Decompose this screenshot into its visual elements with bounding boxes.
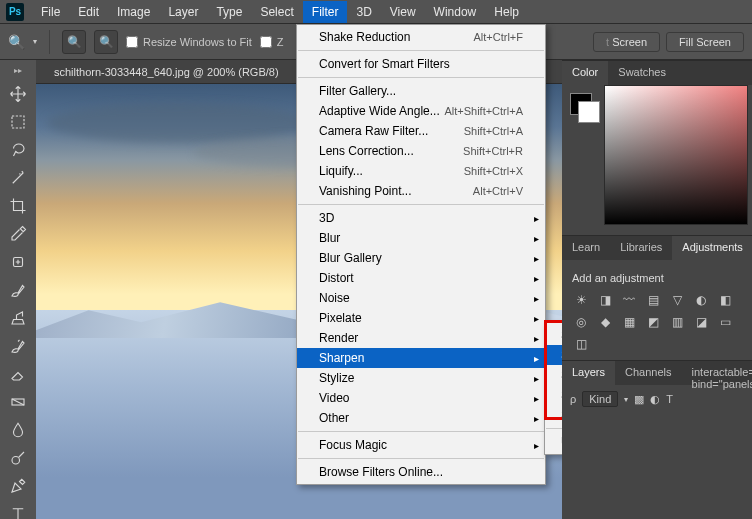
filter-video[interactable]: Video xyxy=(297,388,545,408)
filter-liquify[interactable]: Liquify...Shift+Ctrl+X xyxy=(297,161,545,181)
fit-screen-button[interactable]: t Fit ScreenScreen xyxy=(593,32,660,52)
toolbox: ▸▸ xyxy=(0,60,36,519)
adj-brightness-icon[interactable]: ☀ xyxy=(572,292,590,308)
zoom-in-button[interactable]: 🔍 xyxy=(62,30,86,54)
adjustments-panel: Learn Libraries Adjustments Add an adjus… xyxy=(562,235,752,360)
color-spectrum[interactable] xyxy=(604,85,748,225)
magic-wand-tool[interactable] xyxy=(4,165,32,191)
lasso-tool[interactable] xyxy=(4,137,32,163)
tab-libraries[interactable]: Libraries xyxy=(610,236,672,260)
adj-curves-icon[interactable]: 〰 xyxy=(620,292,638,308)
adj-exposure-icon[interactable]: ▤ xyxy=(644,292,662,308)
adj-levels-icon[interactable]: ◨ xyxy=(596,292,614,308)
adj-posterize-icon[interactable]: ▥ xyxy=(668,314,686,330)
separator xyxy=(49,30,50,54)
menu-layer[interactable]: Layer xyxy=(159,1,207,23)
adj-vibrance-icon[interactable]: ▽ xyxy=(668,292,686,308)
healing-brush-tool[interactable] xyxy=(4,249,32,275)
eyedropper-tool[interactable] xyxy=(4,221,32,247)
filter-pixelate[interactable]: Pixelate xyxy=(297,308,545,328)
adj-selective-color-icon[interactable]: ◫ xyxy=(572,336,590,352)
adj-threshold-icon[interactable]: ◪ xyxy=(692,314,710,330)
resize-windows-checkbox[interactable]: Resize Windows to Fit xyxy=(126,36,252,48)
marquee-tool[interactable] xyxy=(4,109,32,135)
menu-filter[interactable]: Filter xyxy=(303,1,348,23)
tab-color[interactable]: Color xyxy=(562,61,608,85)
app-logo: Ps xyxy=(6,3,24,21)
filter-noise[interactable]: Noise xyxy=(297,288,545,308)
layers-filter-label: ρ xyxy=(570,393,576,405)
adj-channel-mixer-icon[interactable]: ◆ xyxy=(596,314,614,330)
menu-3d[interactable]: 3D xyxy=(347,1,380,23)
menu-image[interactable]: Image xyxy=(108,1,159,23)
layers-filter-pixl-icon[interactable]: ▩ xyxy=(634,393,644,406)
adj-bw-icon[interactable]: ◧ xyxy=(716,292,734,308)
filter-blur[interactable]: Blur xyxy=(297,228,545,248)
fill-screen-button[interactable]: Fill Screen xyxy=(666,32,744,52)
filter-focus-magic[interactable]: Focus Magic xyxy=(297,435,545,455)
gradient-tool[interactable] xyxy=(4,389,32,415)
adj-invert-icon[interactable]: ◩ xyxy=(644,314,662,330)
filter-vanishing-point[interactable]: Vanishing Point...Alt+Ctrl+V xyxy=(297,181,545,201)
filter-blur-gallery[interactable]: Blur Gallery xyxy=(297,248,545,268)
zoom-tool-icon: 🔍 xyxy=(8,34,25,50)
brush-tool[interactable] xyxy=(4,277,32,303)
filter-render[interactable]: Render xyxy=(297,328,545,348)
pen-tool[interactable] xyxy=(4,473,32,499)
blur-tool[interactable] xyxy=(4,417,32,443)
adj-photo-filter-icon[interactable]: ◎ xyxy=(572,314,590,330)
filter-recent[interactable]: Shake Reduction Alt+Ctrl+F xyxy=(297,27,545,47)
filter-adaptive-wide-angle[interactable]: Adaptive Wide Angle...Alt+Shift+Ctrl+A xyxy=(297,101,545,121)
history-brush-tool[interactable] xyxy=(4,333,32,359)
adj-color-lookup-icon[interactable]: ▦ xyxy=(620,314,638,330)
add-adjustment-label: Add an adjustment xyxy=(572,272,744,284)
filter-menu-dropdown: Shake Reduction Alt+Ctrl+F Convert for S… xyxy=(296,24,546,485)
move-tool[interactable] xyxy=(4,81,32,107)
type-tool[interactable] xyxy=(4,501,32,519)
color-panel: Color Swatches xyxy=(562,60,752,235)
document-tab[interactable]: schilthorn-3033448_640.jpg @ 200% (RGB/8… xyxy=(54,66,279,78)
toolbox-expand-icon[interactable]: ▸▸ xyxy=(14,66,22,75)
filter-lens-correction[interactable]: Lens Correction...Shift+Ctrl+R xyxy=(297,141,545,161)
foreground-background-swatch[interactable] xyxy=(570,93,600,123)
menu-window[interactable]: Window xyxy=(425,1,486,23)
svg-rect-0 xyxy=(12,116,24,128)
filter-other[interactable]: Other xyxy=(297,408,545,428)
tab-paths: interactable="true" data-bind="panels.la… xyxy=(682,361,752,385)
tab-channels[interactable]: Channels xyxy=(615,361,681,385)
menu-file[interactable]: File xyxy=(32,1,69,23)
filter-camera-raw[interactable]: Camera Raw Filter...Shift+Ctrl+A xyxy=(297,121,545,141)
tab-adjustments[interactable]: Adjustments xyxy=(672,236,752,260)
layers-filter-adj-icon[interactable]: ◐ xyxy=(650,393,660,406)
menu-select[interactable]: Select xyxy=(251,1,302,23)
filter-browse-online[interactable]: Browse Filters Online... xyxy=(297,462,545,482)
layers-filter-type-icon[interactable]: T xyxy=(666,393,673,405)
tab-layers[interactable]: Layers xyxy=(562,361,615,385)
filter-gallery[interactable]: Filter Gallery... xyxy=(297,81,545,101)
zoom-all-checkbox[interactable]: Z xyxy=(260,36,284,48)
eraser-tool[interactable] xyxy=(4,361,32,387)
menu-edit[interactable]: Edit xyxy=(69,1,108,23)
menu-view[interactable]: View xyxy=(381,1,425,23)
adj-hue-icon[interactable]: ◐ xyxy=(692,292,710,308)
filter-3d[interactable]: 3D xyxy=(297,208,545,228)
menu-type[interactable]: Type xyxy=(207,1,251,23)
clone-stamp-tool[interactable] xyxy=(4,305,32,331)
menu-help[interactable]: Help xyxy=(485,1,528,23)
svg-point-3 xyxy=(12,457,20,465)
right-panels: Color Swatches Learn Libraries Adjustmen… xyxy=(562,60,752,519)
filter-convert-smart[interactable]: Convert for Smart Filters xyxy=(297,54,545,74)
filter-distort[interactable]: Distort xyxy=(297,268,545,288)
color-panel-tabs: Color Swatches xyxy=(562,61,752,85)
layers-kind-filter[interactable]: Kind xyxy=(582,391,618,407)
filter-sharpen[interactable]: Sharpen xyxy=(297,348,545,368)
zoom-out-button[interactable]: 🔍 xyxy=(94,30,118,54)
crop-tool[interactable] xyxy=(4,193,32,219)
adj-gradient-map-icon[interactable]: ▭ xyxy=(716,314,734,330)
adjustment-icons: ☀ ◨ 〰 ▤ ▽ ◐ ◧ ◎ ◆ ▦ ◩ ▥ ◪ ▭ ◫ xyxy=(570,292,744,352)
tab-learn[interactable]: Learn xyxy=(562,236,610,260)
tab-swatches[interactable]: Swatches xyxy=(608,61,676,85)
dodge-tool[interactable] xyxy=(4,445,32,471)
filter-stylize[interactable]: Stylize xyxy=(297,368,545,388)
layers-panel: Layers Channels interactable="true" data… xyxy=(562,360,752,413)
